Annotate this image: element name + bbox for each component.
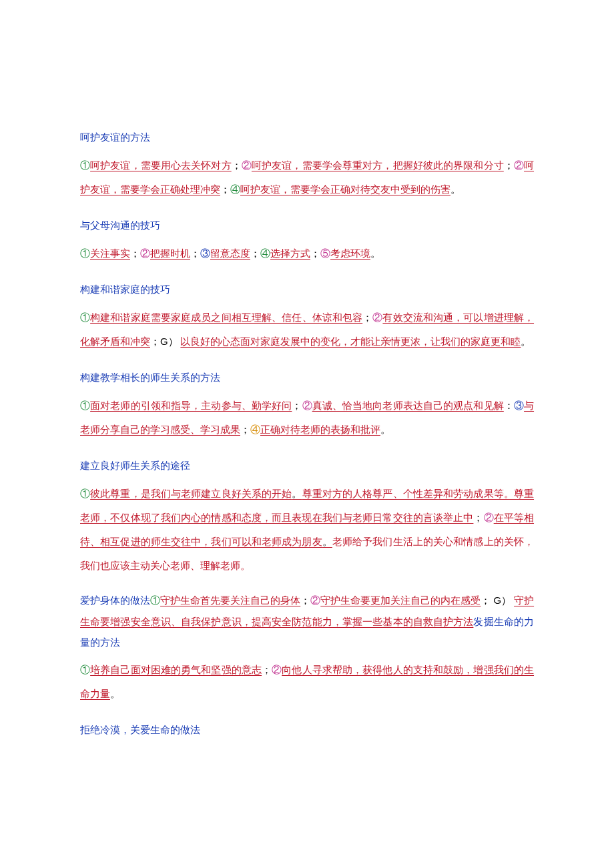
- heading-care-body: 爱护身体的做法: [80, 595, 150, 606]
- heading-harmonious-family: 构建和谐家庭的技巧: [80, 278, 534, 302]
- num-1: ①: [80, 248, 90, 259]
- text-1: 呵护友谊，需要用心去关怀对方: [90, 160, 232, 171]
- end: 。: [521, 336, 531, 347]
- para-friendship: ①呵护友谊，需要用心去关怀对方；②呵护友谊，需要学会尊重对方，把握好彼此的界限和…: [80, 153, 534, 201]
- num-4: ④: [250, 424, 260, 435]
- num-2: ②: [272, 665, 282, 675]
- num-1: ①: [150, 595, 160, 606]
- sep: ；: [130, 248, 140, 259]
- text-1: 面对老师的引领和指导，主动参与、勤学好问: [90, 400, 292, 411]
- num-1: ①: [80, 488, 90, 499]
- punct-1: 。: [292, 488, 302, 499]
- num-1: ①: [80, 400, 90, 411]
- num-5: ⑤: [320, 248, 330, 259]
- sep: ；: [190, 248, 200, 259]
- text-4: 选择方式: [270, 248, 310, 259]
- heading-teacher-student-method: 构建教学相长的师生关系的方法: [80, 366, 534, 390]
- num-2: ②: [140, 248, 150, 259]
- num-1: ①: [80, 160, 90, 171]
- text-5: 考虑环境: [330, 248, 370, 259]
- end: 。: [380, 424, 390, 435]
- g-mark: G）: [491, 594, 511, 606]
- sep: ；: [262, 665, 272, 675]
- g-mark: G）: [160, 336, 178, 347]
- num-2: ②: [302, 400, 312, 411]
- num-2: ②: [372, 312, 382, 323]
- text-2: 把握时机: [150, 248, 190, 259]
- text-1: 培养自己面对困难的勇气和坚强的意志: [90, 665, 262, 675]
- text-3: 以良好的心态面对家庭发展中的变化，才能让亲情更浓，让我们的家庭更和睦: [180, 336, 521, 347]
- sep: ；: [481, 595, 491, 606]
- end: 。: [370, 248, 380, 259]
- heading-good-teacher-relationship: 建立良好师生关系的途径: [80, 454, 534, 478]
- sep: ；: [362, 312, 372, 323]
- sep: ：: [504, 400, 514, 411]
- num-2: ②: [483, 512, 493, 523]
- text-2: 守护生命要更加关注自己的内在感受: [320, 595, 481, 606]
- end: 。: [450, 184, 460, 195]
- punct-2: 。: [322, 536, 332, 547]
- num-1: ①: [80, 665, 90, 675]
- para-good-teacher-relationship: ①彼此尊重，是我们与老师建立良好关系的开始。尊重对方的人格尊严、个性差异和劳动成…: [80, 482, 534, 578]
- para-care-body: 爱护身体的做法①守护生命首先要关注自己的身体；②守护生命要更加关注自己的内在感受…: [80, 590, 534, 654]
- text-1: 构建和谐家庭需要家庭成员之间相互理解、信任、体谅和包容: [90, 312, 362, 323]
- text-2: 真诚、恰当地向老师表达自己的观点和见解: [312, 400, 504, 411]
- sep: ；: [504, 160, 514, 171]
- sep: ；: [292, 400, 302, 411]
- document-page: 呵护友谊的方法 ①呵护友谊，需要用心去关怀对方；②呵护友谊，需要学会尊重对方，把…: [0, 0, 614, 868]
- text-2: 呵护友谊，需要学会尊重对方，把握好彼此的界限和分寸: [252, 160, 504, 171]
- num-4: ④: [260, 248, 270, 259]
- num-4: ④: [230, 184, 240, 195]
- sep: ；: [310, 248, 320, 259]
- para-teacher-student-method: ①面对老师的引领和指导，主动参与、勤学好问；②真诚、恰当地向老师表达自己的观点和…: [80, 394, 534, 442]
- sep: ；: [300, 595, 310, 606]
- para-parent-communication: ①关注事实；②把握时机；③留意态度；④选择方式；⑤考虑环境。: [80, 242, 534, 266]
- text-4: 正确对待老师的表扬和批评: [260, 424, 380, 435]
- end: 。: [110, 689, 120, 699]
- num-2: ②: [310, 595, 320, 606]
- num-1: ①: [80, 312, 90, 323]
- num-3: ③: [514, 400, 524, 411]
- heading-parent-communication: 与父母沟通的技巧: [80, 213, 534, 238]
- text-1a: 彼此尊重，是我们与老师建立良好关系的开始: [90, 488, 292, 499]
- para-life-power: ①培养自己面对困难的勇气和坚强的意志；②向他人寻求帮助，获得他人的支持和鼓励，增…: [80, 658, 534, 706]
- sep: ；: [220, 184, 230, 195]
- text-4: 呵护友谊，需要学会正确对待交友中受到的伤害: [240, 184, 450, 195]
- sep: ；: [250, 248, 260, 259]
- text-1: 守护生命首先要关注自己的身体: [160, 595, 300, 606]
- sep: ；: [232, 160, 242, 171]
- heading-refuse-indifference: 拒绝冷漠，关爱生命的做法: [80, 718, 534, 742]
- sep: ；: [150, 336, 160, 347]
- num-2: ②: [242, 160, 252, 171]
- heading-friendship-methods: 呵护友谊的方法: [80, 125, 534, 149]
- text-3: 留意态度: [210, 248, 250, 259]
- num-3: ②: [514, 160, 524, 171]
- num-3: ③: [200, 248, 210, 259]
- sep: ；: [473, 512, 483, 523]
- sep: ；: [240, 424, 250, 435]
- text-1: 关注事实: [90, 248, 130, 259]
- para-harmonious-family: ①构建和谐家庭需要家庭成员之间相互理解、信任、体谅和包容；②有效交流和沟通，可以…: [80, 306, 534, 354]
